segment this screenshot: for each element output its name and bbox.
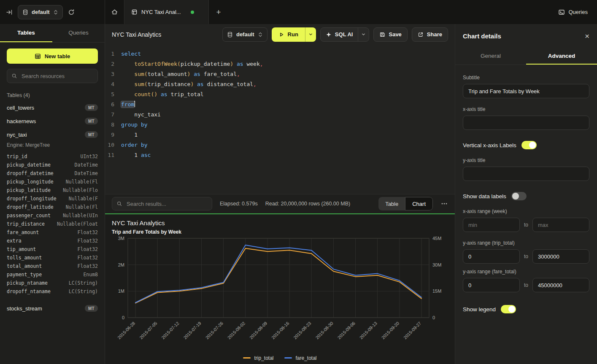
results-search-input[interactable] <box>126 200 208 208</box>
table-row-hackernews[interactable]: hackernewsMT <box>0 114 105 128</box>
column-row[interactable]: pickup_longitudeNullable(Fl <box>7 178 98 186</box>
column-row[interactable]: total_amountFloat32 <box>7 262 98 270</box>
column-type: DateTime <box>75 161 98 169</box>
new-table-button[interactable]: New table <box>7 49 98 64</box>
table-row-cell_towers[interactable]: cell_towersMT <box>0 101 105 114</box>
svg-text:2015-08-16: 2015-08-16 <box>270 320 290 340</box>
database-icon <box>22 9 28 15</box>
new-tab-button[interactable]: + <box>209 0 228 24</box>
legend-item-fare_total[interactable]: fare_total <box>284 355 316 361</box>
query-database-selector[interactable]: default <box>222 27 267 42</box>
show-legend-toggle[interactable] <box>501 305 516 313</box>
run-label: Run <box>288 31 298 38</box>
yaxis-title-input[interactable] <box>463 167 589 181</box>
results-toolbar: Elapsed: 0.579s Read: 20,000,000 rows (2… <box>105 194 455 213</box>
toggle-knob <box>512 193 519 200</box>
share-button[interactable]: Share <box>412 27 448 42</box>
save-button[interactable]: Save <box>373 27 407 42</box>
queries-label: Queries <box>568 9 588 15</box>
svg-text:2015-09-06: 2015-09-06 <box>336 320 356 340</box>
xaxis-range-row: to <box>463 218 589 232</box>
tab-nyc-taxi-analytics[interactable]: NYC Taxi Anal... <box>124 0 209 24</box>
sql-ai-button[interactable]: SQL AI <box>321 28 358 41</box>
yaxis-range-trip-min-input[interactable] <box>463 249 520 264</box>
svg-text:2015-07-12: 2015-07-12 <box>160 320 180 340</box>
save-icon <box>379 32 385 38</box>
column-name: trip_distance <box>7 220 45 228</box>
xaxis-range-max-input[interactable] <box>532 218 589 232</box>
yaxis-range-fare-min-input[interactable] <box>463 278 520 292</box>
editor-line: 11 1 asc <box>105 150 455 160</box>
editor-line: 10order by <box>105 140 455 150</box>
table-row-stocks_stream[interactable]: stocks_streamMT <box>0 302 105 315</box>
show-data-labels-toggle[interactable] <box>511 192 527 200</box>
tab-advanced[interactable]: Advanced <box>526 48 597 65</box>
column-type: Float32 <box>78 237 98 245</box>
tab-label: NYC Taxi Anal... <box>141 9 181 15</box>
column-row[interactable]: trip_distanceNullable(Float <box>7 220 98 228</box>
close-icon[interactable]: × <box>585 32 589 40</box>
svg-text:2015-07-19: 2015-07-19 <box>182 320 202 340</box>
run-button[interactable]: Run <box>272 27 305 42</box>
show-data-labels-row: Show data labels <box>463 192 589 200</box>
xaxis-range-min-input[interactable] <box>463 218 520 232</box>
sidebar-tab-tables[interactable]: Tables <box>0 24 52 42</box>
column-row[interactable]: dropoff_ntanameLC(String) <box>7 287 98 296</box>
subtitle-input[interactable] <box>463 84 589 98</box>
yaxis-range-fare-max-input[interactable] <box>532 278 589 292</box>
editor-line: 4 sum(trip_distance) as distance_total, <box>105 79 455 89</box>
code-text: select <box>121 49 141 59</box>
table-view-button[interactable]: Table <box>378 197 405 210</box>
share-label: Share <box>427 31 442 38</box>
yaxis-range-trip-max-input[interactable] <box>532 249 589 264</box>
chart-title: NYC Taxi Analytics <box>112 219 448 226</box>
column-row[interactable]: payment_typeEnum8 <box>7 270 98 279</box>
column-row[interactable]: trip_idUInt32 <box>7 152 98 161</box>
code-text: nyc_taxi <box>121 110 161 120</box>
line-number: 11 <box>105 150 121 160</box>
sidebar-search-input[interactable] <box>21 73 97 80</box>
yaxis-range-fare-row: to <box>463 278 589 292</box>
xaxis-title-input[interactable] <box>463 116 589 130</box>
collapse-sidebar-icon[interactable] <box>6 9 13 16</box>
column-row[interactable]: dropoff_latitudeNullable(Fl <box>7 203 98 211</box>
home-tab-button[interactable] <box>105 0 124 24</box>
tab-strip: NYC Taxi Anal... + <box>105 0 558 24</box>
refresh-icon[interactable] <box>68 9 75 16</box>
sidebar-tab-queries[interactable]: Queries <box>52 24 105 42</box>
sql-editor[interactable]: 1select2 toStartOfWeek(pickup_datetime) … <box>105 45 455 194</box>
column-row[interactable]: pickup_latitudeNullable(Flo <box>7 186 98 194</box>
legend-item-trip_total[interactable]: trip_total <box>243 355 273 361</box>
column-row[interactable]: fare_amountFloat32 <box>7 228 98 237</box>
tab-general[interactable]: General <box>455 48 526 65</box>
column-type: Nullable(Flo <box>63 186 98 194</box>
column-name: pickup_ntaname <box>7 279 48 287</box>
code-text: sum(trip_distance) as distance_total, <box>121 79 257 89</box>
column-row[interactable]: dropoff_longitudeNullable(F <box>7 194 98 203</box>
code-text: sum(total_amount) as fare_total, <box>121 69 240 79</box>
vertical-xaxis-labels-toggle[interactable] <box>521 141 537 149</box>
svg-text:2015-09-13: 2015-09-13 <box>359 320 378 340</box>
results-search <box>112 197 212 210</box>
yaxis-title-label: y-axis title <box>463 157 589 163</box>
column-row[interactable]: pickup_datetimeDateTime <box>7 161 98 169</box>
table-name: hackernews <box>7 118 36 124</box>
run-options-caret[interactable] <box>305 27 316 42</box>
queries-button[interactable]: Queries <box>558 0 597 24</box>
table-row-nyc_taxi[interactable]: nyc_taxiMT <box>0 128 105 141</box>
column-row[interactable]: passenger_countNullable(UIn <box>7 211 98 220</box>
sql-ai-caret[interactable] <box>358 28 369 41</box>
column-row[interactable]: tolls_amountFloat32 <box>7 253 98 262</box>
chart-view-button[interactable]: Chart <box>405 197 433 210</box>
column-row[interactable]: tip_amountFloat32 <box>7 245 98 253</box>
elapsed-stat: Elapsed: 0.579s <box>220 201 258 207</box>
column-row[interactable]: pickup_ntanameLC(String) <box>7 279 98 287</box>
query-doc-icon <box>131 9 138 15</box>
column-row[interactable]: extraFloat32 <box>7 237 98 245</box>
more-options-icon[interactable] <box>440 200 448 208</box>
yaxis-range-trip-label: y-axis range (trip_total) <box>463 240 589 246</box>
code-text: toStartOfWeek(pickup_datetime) as week, <box>121 59 263 69</box>
database-selector[interactable]: default <box>18 5 63 19</box>
column-row[interactable]: dropoff_datetimeDateTime <box>7 169 98 178</box>
table-grid-icon <box>35 53 41 59</box>
